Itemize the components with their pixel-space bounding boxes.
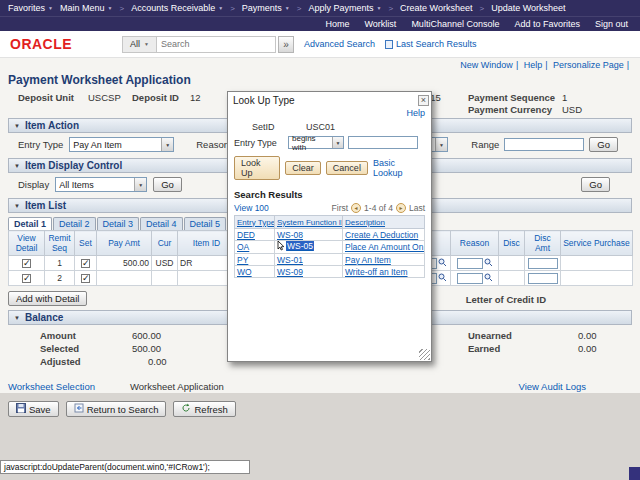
set-checkbox[interactable] xyxy=(81,274,90,283)
description-link[interactable]: Write-off an Item xyxy=(343,266,425,278)
col-description[interactable]: Description xyxy=(343,216,425,229)
function-id-link[interactable]: WS-05 xyxy=(275,241,343,254)
tab-detail-2[interactable]: Detail 2 xyxy=(53,217,96,230)
col-system-function-id[interactable]: System Function ID xyxy=(275,216,343,229)
range-input[interactable] xyxy=(504,138,584,151)
lookup-icon[interactable] xyxy=(484,258,493,269)
personalize-page-link[interactable]: Personalize Page xyxy=(553,60,624,70)
description-link-active[interactable]: Place An Amount On Account xyxy=(343,241,425,254)
set-checkbox[interactable] xyxy=(81,259,90,268)
search-input[interactable] xyxy=(157,37,275,52)
add-with-detail-button[interactable]: Add with Detail xyxy=(8,291,87,306)
pay-amt-value xyxy=(97,271,152,286)
view-detail-checkbox[interactable] xyxy=(22,274,31,283)
description-link[interactable]: Pay An Item xyxy=(343,254,425,266)
new-window-link[interactable]: New Window xyxy=(460,60,513,70)
collapse-triangle-icon: ▼ xyxy=(14,163,20,169)
last-search-results-link[interactable]: Last Search Results xyxy=(396,39,477,49)
help-link[interactable]: Help xyxy=(524,60,543,70)
close-icon[interactable]: × xyxy=(418,95,429,106)
collapse-triangle-icon: ▼ xyxy=(14,315,20,321)
lookup-icon[interactable] xyxy=(438,258,447,269)
breadcrumb-separator: > xyxy=(479,4,484,13)
chevron-down-icon: ▼ xyxy=(161,138,173,151)
dialog-help-link[interactable]: Help xyxy=(406,108,425,118)
col-view-detail[interactable]: View Detail xyxy=(9,231,45,256)
breadcrumb-create-worksheet[interactable]: Create Worksheet xyxy=(400,3,472,13)
lookup-icon[interactable] xyxy=(484,273,493,284)
reason-input[interactable] xyxy=(457,258,483,269)
tab-detail-5[interactable]: Detail 5 xyxy=(184,217,227,230)
pager-first-label[interactable]: First xyxy=(332,203,349,213)
tab-detail-4[interactable]: Detail 4 xyxy=(140,217,183,230)
col-disc[interactable]: Disc xyxy=(499,231,525,256)
breadcrumb-main-menu[interactable]: Main Menu▼ xyxy=(60,3,112,13)
return-to-search-button[interactable]: Return to Search xyxy=(66,401,167,417)
look-up-button[interactable]: Look Up xyxy=(234,156,280,180)
home-link[interactable]: Home xyxy=(326,19,350,29)
tab-detail-1[interactable]: Detail 1 xyxy=(8,217,52,230)
entry-type-link[interactable]: WO xyxy=(235,266,275,278)
col-disc-amt[interactable]: Disc Amt xyxy=(525,231,561,256)
breadcrumb-separator: > xyxy=(388,4,393,13)
earned-value: 0.00 xyxy=(578,343,597,354)
view-detail-checkbox[interactable] xyxy=(22,259,31,268)
tab-detail-3[interactable]: Detail 3 xyxy=(97,217,140,230)
col-set[interactable]: Set xyxy=(75,231,97,256)
search-scope-select[interactable]: All▼ xyxy=(123,37,157,52)
entry-type-search-input[interactable] xyxy=(348,136,418,149)
multichannel-console-link[interactable]: MultiChannel Console xyxy=(411,19,499,29)
breadcrumb-favorites[interactable]: Favorites▼ xyxy=(8,3,53,13)
deposit-id-value: 12 xyxy=(190,92,201,103)
col-entry-type[interactable]: Entry Type xyxy=(235,216,275,229)
worklist-link[interactable]: Worklist xyxy=(365,19,397,29)
entry-type-link[interactable]: DED xyxy=(235,229,275,241)
operator-select[interactable]: begins with▼ xyxy=(288,136,344,149)
save-button[interactable]: Save xyxy=(8,401,59,417)
view-audit-logs-link[interactable]: View Audit Logs xyxy=(519,381,586,392)
cur-value: USD xyxy=(152,256,178,271)
breadcrumb-accounts-receivable[interactable]: Accounts Receivable▼ xyxy=(131,3,223,13)
basic-lookup-link[interactable]: Basic Lookup xyxy=(373,158,425,178)
add-to-favorites-link[interactable]: Add to Favorites xyxy=(514,19,580,29)
pager-prev-icon[interactable]: ◄ xyxy=(351,203,361,213)
right-go-button[interactable]: Go xyxy=(581,177,610,192)
pager-last-label[interactable]: Last xyxy=(409,203,425,213)
sign-out-link[interactable]: Sign out xyxy=(595,19,628,29)
description-link[interactable]: Create A Deduction xyxy=(343,229,425,241)
amount-label: Amount xyxy=(40,330,76,341)
col-reason[interactable]: Reason xyxy=(451,231,499,256)
disc-amt-input[interactable] xyxy=(528,273,558,284)
display-select[interactable]: All Items▼ xyxy=(55,177,147,192)
deposit-unit-label: Deposit Unit xyxy=(18,92,74,103)
breadcrumb-update-worksheet[interactable]: Update Worksheet xyxy=(491,3,565,13)
advanced-search-link[interactable]: Advanced Search xyxy=(304,39,375,49)
entry-type-link[interactable]: OA xyxy=(235,241,275,254)
function-id-link[interactable]: WS-01 xyxy=(275,254,343,266)
display-go-button[interactable]: Go xyxy=(153,177,182,192)
pager-next-icon[interactable]: ► xyxy=(396,203,406,213)
search-submit-button[interactable]: » xyxy=(278,36,294,53)
breadcrumb-payments[interactable]: Payments▼ xyxy=(242,3,290,13)
col-cur[interactable]: Cur xyxy=(152,231,178,256)
clear-button[interactable]: Clear xyxy=(285,161,321,175)
col-remit-seq[interactable]: Remit Seq xyxy=(45,231,75,256)
lookup-icon[interactable] xyxy=(438,273,447,284)
resize-grip[interactable] xyxy=(419,349,430,360)
entry-type-select[interactable]: Pay An Item▼ xyxy=(69,137,174,152)
worksheet-selection-link[interactable]: Worksheet Selection xyxy=(8,381,95,392)
cancel-button[interactable]: Cancel xyxy=(326,161,368,175)
worksheet-application-label[interactable]: Worksheet Application xyxy=(130,381,224,392)
col-service-purchase[interactable]: Service Purchase xyxy=(561,231,633,256)
refresh-button[interactable]: Refresh xyxy=(173,401,235,417)
reason-input[interactable] xyxy=(457,273,483,284)
entry-type-link[interactable]: PY xyxy=(235,254,275,266)
col-pay-amt[interactable]: Pay Amt xyxy=(97,231,152,256)
disc-amt-input[interactable] xyxy=(528,258,558,269)
service-purchase-cell xyxy=(561,256,633,271)
function-id-link[interactable]: WS-09 xyxy=(275,266,343,278)
function-id-link[interactable]: WS-08 xyxy=(275,229,343,241)
view-100-link[interactable]: View 100 xyxy=(234,203,269,213)
breadcrumb-apply-payments[interactable]: Apply Payments▼ xyxy=(308,3,381,13)
range-go-button[interactable]: Go xyxy=(589,137,618,152)
